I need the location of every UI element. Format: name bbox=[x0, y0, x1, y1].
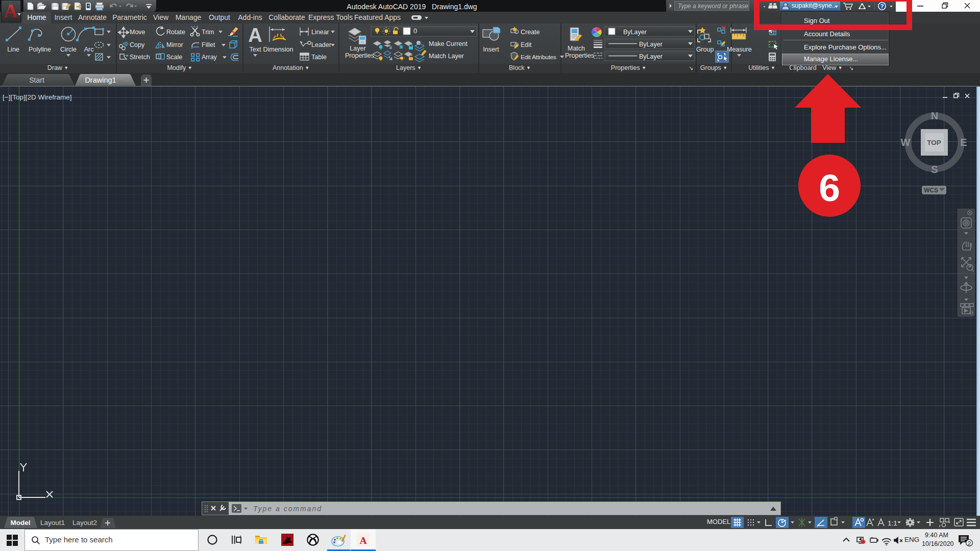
svg-text:S: S bbox=[931, 164, 938, 175]
svg-text:1:1: 1:1 bbox=[888, 519, 897, 527]
svg-text:Drawing1: Drawing1 bbox=[85, 76, 116, 84]
svg-text:A: A bbox=[4, 1, 18, 21]
svg-text:E: E bbox=[960, 137, 967, 148]
svg-text:N: N bbox=[931, 110, 938, 121]
svg-text:Start: Start bbox=[29, 76, 44, 84]
svg-text:W: W bbox=[901, 137, 911, 148]
svg-text:2: 2 bbox=[968, 540, 971, 546]
svg-text:TOP: TOP bbox=[927, 139, 941, 146]
svg-text:Layout1: Layout1 bbox=[40, 519, 65, 527]
svg-text:A: A bbox=[360, 535, 367, 546]
svg-text:Model: Model bbox=[11, 519, 31, 527]
svg-text:WCS: WCS bbox=[924, 187, 938, 194]
svg-text:Layout2: Layout2 bbox=[72, 519, 97, 527]
svg-text:A: A bbox=[248, 24, 262, 46]
